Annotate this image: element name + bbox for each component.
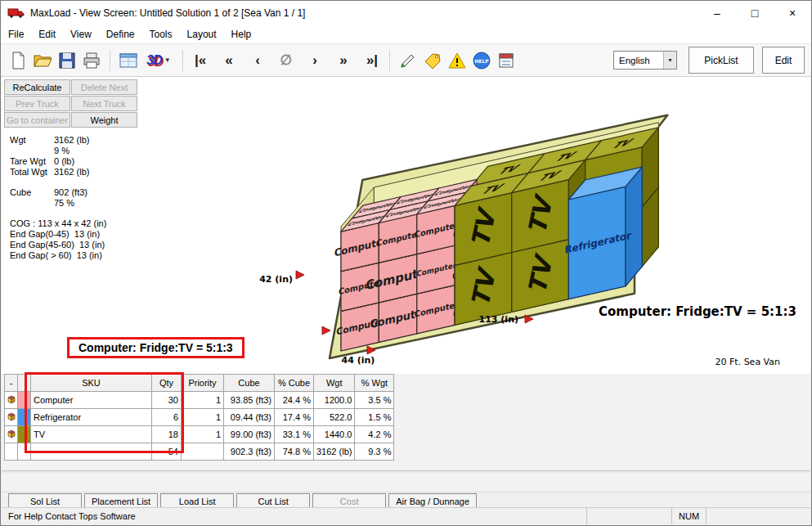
sku-name: Computer bbox=[31, 392, 152, 409]
toolbar-separator bbox=[110, 50, 110, 71]
col-header[interactable]: % Cube bbox=[275, 375, 314, 392]
close-button[interactable]: × bbox=[774, 1, 811, 25]
wgt: 1200.0 bbox=[314, 392, 355, 409]
stat-line: End Gap( > 60) 13 (in) bbox=[10, 250, 141, 261]
menu-file[interactable]: File bbox=[1, 27, 31, 42]
edit-button[interactable]: Edit bbox=[762, 47, 805, 74]
color-swatch bbox=[18, 426, 31, 443]
menu-edit[interactable]: Edit bbox=[31, 27, 63, 42]
pct-wgt: 1.5 % bbox=[355, 409, 394, 426]
menu-view[interactable]: View bbox=[63, 27, 99, 42]
open-folder-icon bbox=[33, 51, 52, 70]
menu-tools[interactable]: Tools bbox=[142, 27, 180, 42]
go-last-icon[interactable]: »| bbox=[364, 52, 380, 69]
open-button[interactable] bbox=[30, 48, 55, 73]
warning-icon bbox=[447, 51, 467, 70]
highlighter-icon bbox=[398, 51, 418, 70]
cube-icon bbox=[5, 426, 18, 443]
load-view-3d[interactable]: TVTVTVTVTVComputerComputerComputerComput… bbox=[141, 77, 812, 374]
scene-text: 20 Ft. Sea Van bbox=[716, 357, 781, 367]
menu-define[interactable]: Define bbox=[99, 27, 142, 42]
col-header[interactable]: Cube bbox=[224, 375, 275, 392]
help-button[interactable]: HELP bbox=[469, 48, 494, 73]
priority: 1 bbox=[182, 426, 224, 443]
toolbar-separator bbox=[389, 50, 390, 71]
status-message: For Help Contact Tops Software bbox=[8, 511, 136, 521]
pct-cube: 24.4 % bbox=[275, 392, 314, 409]
main-area: ReCalculateDelete NextPrev TruckNext Tru… bbox=[2, 77, 810, 374]
color-swatch bbox=[18, 409, 31, 426]
scene-text: 113 (in) bbox=[479, 314, 518, 325]
3d-view-button[interactable]: 3D ▼ bbox=[141, 48, 177, 73]
cube: 93.85 (ft3) bbox=[224, 392, 275, 409]
menu-layout[interactable]: Layout bbox=[180, 27, 224, 42]
titlebar: MaxLoad - View Screen: Untitled Solution… bbox=[1, 1, 811, 25]
statusbar: For Help Contact Tops Software NUM bbox=[2, 507, 810, 524]
toolbar-separator bbox=[182, 50, 183, 71]
seek-back-icon[interactable]: « bbox=[221, 52, 237, 69]
dimension-arrow bbox=[296, 271, 304, 279]
button-recalculate[interactable]: ReCalculate bbox=[4, 79, 70, 95]
minimize-button[interactable]: – bbox=[698, 1, 736, 25]
qty: 30 bbox=[152, 392, 182, 409]
language-value: English bbox=[614, 56, 663, 65]
next-icon[interactable]: › bbox=[307, 52, 323, 69]
highlighter-button[interactable] bbox=[396, 48, 420, 73]
table-row[interactable]: Computer30193.85 (ft3)24.4 %1200.03.5 % bbox=[5, 392, 394, 409]
col-header[interactable]: Qty bbox=[152, 375, 182, 392]
pct-cube: 33.1 % bbox=[275, 426, 314, 443]
priority: 1 bbox=[182, 409, 224, 426]
col-header[interactable] bbox=[18, 375, 31, 392]
tag-button[interactable] bbox=[420, 48, 445, 73]
save-button[interactable] bbox=[55, 48, 79, 73]
table-row[interactable]: Refrigerator6109.44 (ft3)17.4 %522.01.5 … bbox=[5, 409, 394, 426]
seek-forward-icon[interactable]: » bbox=[335, 52, 352, 69]
cell bbox=[182, 443, 224, 461]
col-header[interactable]: SKU bbox=[31, 375, 152, 392]
maximize-button[interactable]: □ bbox=[736, 1, 774, 25]
report-button[interactable] bbox=[494, 48, 518, 73]
toolbar: 3D ▼ |««‹∅›»»| bbox=[1, 43, 811, 77]
button-weight[interactable]: Weight bbox=[71, 112, 137, 128]
cube: 09.44 (ft3) bbox=[224, 409, 275, 426]
cube-icon bbox=[5, 409, 18, 426]
pct-cube: 17.4 % bbox=[275, 409, 314, 426]
splitter[interactable] bbox=[2, 470, 810, 473]
table-row[interactable]: TV18199.00 (ft3)33.1 %1440.04.2 % bbox=[5, 426, 394, 443]
stat-row: Cube902 (ft3) bbox=[10, 187, 141, 198]
left-panel: ReCalculateDelete NextPrev TruckNext Tru… bbox=[2, 77, 141, 374]
go-first-icon[interactable]: |« bbox=[192, 52, 209, 69]
previous-icon[interactable]: ‹ bbox=[249, 52, 266, 69]
menu-help[interactable]: Help bbox=[224, 27, 259, 42]
col-header[interactable]: % Wgt bbox=[355, 375, 394, 392]
cancel-icon[interactable]: ∅ bbox=[278, 52, 294, 69]
col-header[interactable]: - bbox=[5, 375, 18, 392]
print-button[interactable] bbox=[79, 48, 104, 73]
cell bbox=[5, 443, 18, 461]
picklist-button[interactable]: PickList bbox=[689, 47, 754, 74]
status-panel bbox=[586, 508, 671, 524]
cell bbox=[31, 443, 152, 461]
view-options-button[interactable] bbox=[116, 48, 141, 73]
num-indicator: NUM bbox=[671, 508, 706, 524]
col-header[interactable]: Wgt bbox=[314, 375, 355, 392]
ratio-annotation-box: Computer: Fridge:TV = 5:1:3 bbox=[67, 337, 244, 358]
language-select[interactable]: English ▼ bbox=[613, 51, 677, 70]
app-truck-icon bbox=[7, 7, 25, 20]
chevron-down-icon[interactable]: ▼ bbox=[164, 56, 171, 64]
total-qty: 54 bbox=[152, 443, 182, 461]
window-controls: – □ × bbox=[698, 1, 811, 25]
chevron-down-icon[interactable]: ▼ bbox=[663, 52, 676, 69]
wgt: 1440.0 bbox=[314, 426, 355, 443]
col-header[interactable]: Priority bbox=[182, 375, 224, 392]
new-document-button[interactable] bbox=[6, 48, 30, 73]
menubar: FileEditViewDefineToolsLayoutHelp bbox=[1, 25, 811, 43]
report-icon bbox=[496, 51, 516, 70]
svg-text:HELP: HELP bbox=[474, 57, 489, 63]
stat-row bbox=[10, 209, 141, 218]
total-wgt: 3162 (lb) bbox=[314, 443, 355, 461]
stat-row: 9 % bbox=[10, 146, 141, 156]
button-go-to-container: Go to container bbox=[4, 112, 70, 128]
warning-button[interactable] bbox=[445, 48, 469, 73]
status-right: NUM bbox=[586, 508, 810, 524]
